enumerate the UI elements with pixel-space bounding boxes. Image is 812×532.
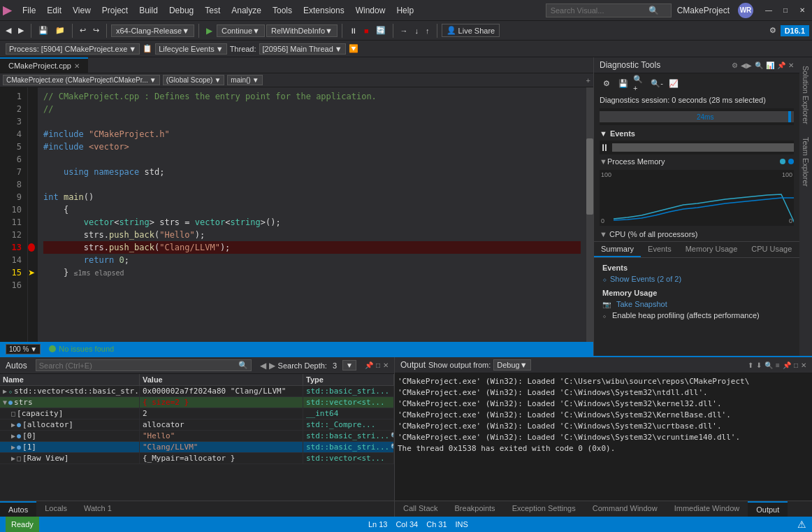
solution-explorer-tab[interactable]: Solution Explorer <box>800 60 811 130</box>
bottom-tab-breakpoints[interactable]: Breakpoints <box>447 501 504 517</box>
editor-scrollbar[interactable] <box>586 87 593 342</box>
bottom-tab-callstack[interactable]: Call Stack <box>395 501 447 517</box>
show-events-link[interactable]: ⬦ Show Events (2 of 2) <box>602 275 791 283</box>
search-box[interactable]: 🔍 <box>546 3 672 17</box>
diag-pin-icon[interactable]: 📌 <box>777 62 785 69</box>
menu-edit[interactable]: Edit <box>41 4 67 17</box>
take-snapshot-btn[interactable]: 📷 Take Snapshot <box>602 300 791 308</box>
autos-pin-icon[interactable]: 📌 <box>365 361 373 369</box>
scope-dropdown[interactable]: (Global Scope) ▼ <box>163 75 225 85</box>
menu-project[interactable]: Project <box>96 4 133 17</box>
menu-window[interactable]: Window <box>350 4 391 17</box>
team-explorer-tab[interactable]: Team Explorer <box>800 131 811 192</box>
table-row-2[interactable]: □ [capacity] 2 __int64 <box>0 408 394 419</box>
breakpoint-dot-13[interactable] <box>28 243 35 252</box>
table-row-1[interactable]: ▼ ● strs { size=2 } std::vector<st... <box>0 397 394 408</box>
forward-btn[interactable]: ▶ <box>15 24 27 36</box>
autos-search-box[interactable]: 🔍 <box>36 359 252 371</box>
autos-close-icon[interactable]: ✕ <box>383 361 389 369</box>
row5-expand[interactable]: ▶ <box>11 443 15 451</box>
output-close-icon[interactable]: ✕ <box>801 361 806 369</box>
row0-expand[interactable]: ▶ <box>3 387 7 395</box>
menu-help[interactable]: Help <box>391 4 419 17</box>
search-input[interactable] <box>551 6 648 15</box>
events-section-header[interactable]: ▼ Events <box>594 127 799 141</box>
step-into-btn[interactable]: ↓ <box>412 25 422 36</box>
settings-btn[interactable]: ⚙ <box>767 24 779 36</box>
step-over-btn[interactable]: → <box>398 25 411 36</box>
redo-btn[interactable]: ↪ <box>90 24 102 36</box>
close-tab-icon[interactable]: ✕ <box>74 62 80 70</box>
autos-float-icon[interactable]: □ <box>376 361 380 369</box>
diag-tab-memory[interactable]: Memory Usage <box>679 242 745 257</box>
continue-btn[interactable]: ▶ <box>203 24 215 37</box>
menu-debug[interactable]: Debug <box>164 4 199 17</box>
output-pin-icon[interactable]: 📌 <box>783 361 791 369</box>
bottom-tab-watch1[interactable]: Watch 1 <box>75 501 120 517</box>
menu-extensions[interactable]: Extensions <box>298 4 350 17</box>
save-btn[interactable]: 💾 <box>36 24 51 36</box>
menu-view[interactable]: View <box>67 4 96 17</box>
rel-deb-dropdown[interactable]: RelWithDebInfo ▼ <box>266 24 338 37</box>
menu-test[interactable]: Test <box>199 4 226 17</box>
back-btn[interactable]: ◀ <box>3 24 14 36</box>
bottom-tab-output[interactable]: Output <box>748 501 788 517</box>
output-content-area[interactable]: 'CMakeProject.exe' (Win32): Loaded 'C:\U… <box>395 373 812 501</box>
diag-close-icon[interactable]: ✕ <box>788 62 794 69</box>
bottom-tab-command-window[interactable]: Command Window <box>584 501 666 517</box>
output-tool-4[interactable]: ≡ <box>776 361 780 369</box>
output-float-icon[interactable]: □ <box>794 361 798 369</box>
depth-forward-btn[interactable]: ▶ <box>269 361 275 371</box>
output-tool-2[interactable]: ⬇ <box>756 361 762 369</box>
row6-expand[interactable]: ▶ <box>11 454 15 462</box>
close-button[interactable]: ✕ <box>795 3 809 17</box>
minimize-button[interactable]: — <box>762 3 776 17</box>
row4-search-icon[interactable]: 🔍 <box>391 432 394 440</box>
live-share-button[interactable]: 👤 Live Share <box>442 24 500 37</box>
bottom-tab-exception-settings[interactable]: Exception Settings <box>504 501 584 517</box>
output-source-dropdown[interactable]: Debug ▼ <box>493 359 530 371</box>
continue-dropdown[interactable]: Continue ▼ <box>217 24 265 37</box>
file-path-dropdown[interactable]: CMakeProject.exe (CMakeProject\CMakePr..… <box>3 75 160 85</box>
diag-zoom-in-btn[interactable]: 🔍+ <box>633 76 647 90</box>
undo-btn[interactable]: ↩ <box>77 24 89 36</box>
ln-13-breakpoint[interactable]: 13 <box>0 241 27 254</box>
code-content[interactable]: // CMakeProject.cpp : Defines the entry … <box>38 87 586 342</box>
thread-dropdown[interactable]: [20956] Main Thread ▼ <box>259 43 346 55</box>
diag-chart-btn[interactable]: 📈 <box>667 76 681 90</box>
row1-expand[interactable]: ▼ <box>3 398 7 406</box>
diag-chart-icon[interactable]: 📊 <box>766 62 774 69</box>
depth-back-btn[interactable]: ◀ <box>260 361 266 371</box>
events-pause-icon[interactable]: ⏸ <box>600 142 609 153</box>
menu-build[interactable]: Build <box>133 4 164 17</box>
bottom-tab-autos[interactable]: Autos <box>0 501 36 517</box>
zoom-dropdown[interactable]: 100 % ▼ <box>6 344 41 354</box>
diag-tab-cpu[interactable]: CPU Usage <box>744 242 799 257</box>
bottom-tab-locals[interactable]: Locals <box>36 501 75 517</box>
restart-btn[interactable]: 🔄 <box>373 24 389 36</box>
process-dropdown[interactable]: Process: [5904] CMakeProject.exe ▼ <box>6 43 140 55</box>
lifecycle-dropdown[interactable]: Lifecycle Events ▼ <box>155 43 226 55</box>
filter-icon[interactable]: 🔽 <box>349 44 358 53</box>
platform-dropdown[interactable]: x64-Clang-Release ▼ <box>111 24 194 37</box>
diag-tab-events[interactable]: Events <box>641 242 679 257</box>
diag-settings-icon[interactable]: ⚙ <box>732 62 738 69</box>
depth-dropdown[interactable]: ▼ <box>342 360 356 371</box>
stop-btn[interactable]: ■ <box>361 25 372 36</box>
pause-debug-btn[interactable]: ⏸ <box>347 25 360 36</box>
table-row-0[interactable]: ▶ ⬦ std::vector<std::basic_str... 0x0000… <box>0 386 394 397</box>
menu-analyze[interactable]: Analyze <box>226 4 267 17</box>
maximize-button[interactable]: □ <box>778 3 792 17</box>
menu-tools[interactable]: Tools <box>267 4 298 17</box>
table-row-5[interactable]: ▶ ● [1] "Clang/LLVM" std::basic_stri... … <box>0 442 394 453</box>
diag-search-icon[interactable]: 🔍 <box>755 62 763 69</box>
menu-file[interactable]: File <box>17 4 41 17</box>
editor-tab-cmake[interactable]: CMakeProject.cpp ✕ <box>0 57 88 73</box>
autos-search-input[interactable] <box>39 361 238 370</box>
row3-expand[interactable]: ▶ <box>11 421 15 429</box>
enable-heap-option[interactable]: ⬦ Enable heap profiling (affects perform… <box>602 311 791 319</box>
table-row-6[interactable]: ▶ □ [Raw View] {_Mypair=allocator } std:… <box>0 453 394 464</box>
diag-nav-icon[interactable]: ◀▶ <box>741 62 752 69</box>
open-btn[interactable]: 📁 <box>52 24 68 36</box>
func-dropdown[interactable]: main() ▼ <box>227 75 262 85</box>
